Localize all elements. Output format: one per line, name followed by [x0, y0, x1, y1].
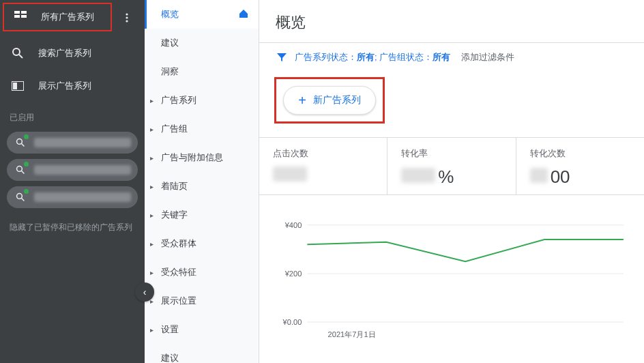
card-label: 转化率	[401, 147, 501, 160]
nav-item-keywords[interactable]: ▸关键字	[145, 201, 259, 229]
search-icon	[10, 45, 26, 61]
enabled-campaign-pill[interactable]	[7, 159, 138, 181]
svg-point-5	[126, 16, 128, 18]
grid-icon	[12, 9, 29, 25]
svg-line-12	[22, 144, 25, 147]
caret-right-icon: ▸	[150, 240, 153, 248]
nav-item-label: 设置	[161, 323, 179, 336]
sidebar-item-label: 展示广告系列	[38, 80, 91, 92]
svg-rect-2	[14, 15, 20, 18]
search-icon	[14, 136, 27, 149]
metric-cards: 点击次数 转化率 % 转化次数 00	[259, 137, 644, 194]
collapse-sidebar-button[interactable]: ‹	[135, 282, 154, 302]
nav-item-adgroups[interactable]: ▸广告组	[145, 115, 259, 143]
svg-rect-3	[21, 15, 27, 18]
enabled-campaign-pill[interactable]	[7, 186, 138, 208]
home-icon	[238, 8, 249, 21]
layout-icon	[10, 78, 26, 94]
more-icon[interactable]	[119, 10, 135, 26]
sidebar-item-label: 搜索广告系列	[38, 47, 91, 59]
caret-right-icon: ▸	[150, 269, 153, 276]
plus-icon: +	[298, 93, 306, 107]
filter-campaign-status[interactable]: 广告系列状态：所有; 广告组状态：所有	[295, 51, 450, 63]
nav-item-label: 受众特征	[161, 266, 196, 278]
nav-item-label: 广告系列	[161, 94, 196, 106]
nav-item-landing-pages[interactable]: ▸着陆页	[145, 172, 259, 201]
sidebar-item-search-campaigns[interactable]: 搜索广告系列	[0, 37, 145, 70]
nav-item-demographics[interactable]: ▸受众特征	[145, 258, 259, 287]
nav-item-label: 广告组	[161, 123, 188, 135]
svg-line-14	[22, 171, 25, 174]
page-title: 概览	[259, 0, 644, 42]
nav-item-label: 洞察	[161, 66, 179, 78]
filter-bar: 广告系列状态：所有; 广告组状态：所有 添加过滤条件	[259, 43, 644, 72]
nav-item-recommendations[interactable]: 建议	[145, 29, 259, 57]
status-dot-icon	[24, 189, 29, 194]
nav-item-label: 建议	[161, 352, 179, 363]
nav-item-label: 展示位置	[161, 295, 196, 307]
nav-item-placements[interactable]: ▸展示位置	[145, 287, 259, 315]
search-icon	[14, 163, 27, 177]
enabled-campaign-pill[interactable]	[7, 132, 138, 154]
sidebar-item-all-campaigns[interactable]: 所有广告系列	[3, 3, 112, 31]
svg-rect-1	[21, 11, 27, 14]
card-label: 点击次数	[273, 147, 373, 160]
nav-item-label: 关键字	[161, 209, 188, 221]
caret-right-icon: ▸	[150, 326, 153, 334]
svg-text:¥0.00: ¥0.00	[282, 318, 302, 326]
nav-item-insights[interactable]: 洞察	[145, 57, 259, 86]
nav-item-label: 广告与附加信息	[161, 151, 223, 164]
chevron-left-icon: ‹	[143, 287, 147, 297]
svg-point-15	[17, 194, 23, 199]
svg-line-8	[19, 55, 23, 58]
status-dot-icon	[24, 162, 29, 166]
nav-item-label: 受众群体	[161, 237, 196, 250]
svg-point-7	[13, 48, 20, 55]
svg-rect-0	[14, 11, 20, 14]
sidebar-item-label: 所有广告系列	[41, 11, 94, 23]
sidebar-item-display-campaigns[interactable]: 展示广告系列	[0, 70, 145, 102]
hidden-note: 隐藏了已暂停和已移除的广告系列	[0, 211, 145, 244]
svg-text:¥200: ¥200	[284, 270, 302, 278]
search-icon	[14, 190, 27, 204]
filter-icon[interactable]	[276, 51, 288, 63]
secondary-nav: 概览 建议 洞察 ▸广告系列 ▸广告组 ▸广告与附加信息 ▸着陆页 ▸关键字 ▸…	[145, 0, 259, 363]
caret-right-icon: ▸	[150, 126, 153, 133]
enabled-section-label: 已启用	[0, 102, 145, 129]
card-label: 转化次数	[530, 147, 630, 160]
nav-item-overview[interactable]: 概览	[145, 0, 259, 29]
svg-line-16	[22, 199, 25, 201]
caret-right-icon: ▸	[150, 154, 153, 162]
svg-point-13	[17, 166, 23, 172]
card-cvr[interactable]: 转化率 %	[387, 138, 516, 194]
svg-point-4	[126, 13, 128, 15]
status-dot-icon	[24, 134, 29, 139]
card-conversions[interactable]: 转化次数 00	[516, 138, 644, 194]
new-campaign-label: 新广告系列	[313, 94, 361, 106]
svg-point-6	[126, 20, 128, 22]
card-value-blurred	[530, 168, 548, 183]
nav-item-recommendations-2[interactable]: 建议	[145, 344, 259, 363]
add-filter-button[interactable]: 添加过滤条件	[461, 51, 514, 63]
card-value-blurred	[273, 166, 307, 182]
primary-sidebar: 所有广告系列 搜索广告系列 展示广告系列 已启用	[0, 0, 145, 363]
card-clicks[interactable]: 点击次数	[259, 138, 387, 194]
new-campaign-button[interactable]: + 新广告系列	[283, 86, 376, 115]
nav-item-audience-segments[interactable]: ▸受众群体	[145, 229, 259, 258]
caret-right-icon: ▸	[150, 212, 153, 219]
nav-item-label: 概览	[161, 8, 179, 20]
nav-item-settings[interactable]: ▸设置	[145, 315, 259, 344]
nav-item-campaigns[interactable]: ▸广告系列	[145, 86, 259, 115]
nav-item-ads-extensions[interactable]: ▸广告与附加信息	[145, 143, 259, 172]
svg-rect-10	[13, 83, 17, 89]
card-value-blurred	[401, 168, 435, 183]
new-campaign-highlight: + 新广告系列	[274, 77, 385, 124]
svg-point-11	[17, 139, 23, 145]
svg-text:2021年7月1日: 2021年7月1日	[328, 330, 376, 338]
nav-item-label: 建议	[161, 37, 179, 49]
campaign-name-blurred	[34, 138, 131, 147]
chart: ¥0.00¥200¥4002021年7月1日	[259, 194, 644, 351]
campaign-name-blurred	[34, 165, 131, 175]
nav-item-label: 着陆页	[161, 180, 188, 192]
caret-right-icon: ▸	[150, 97, 153, 104]
